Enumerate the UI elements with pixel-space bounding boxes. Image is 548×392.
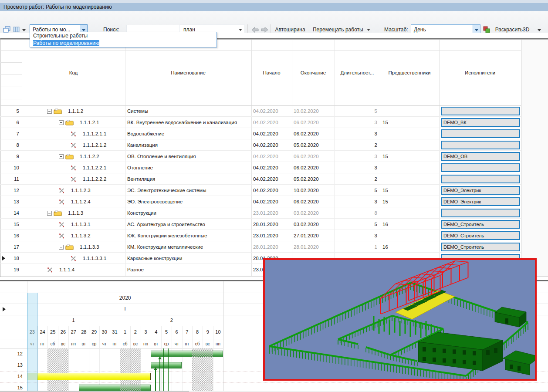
row-number: 16 xyxy=(1,230,19,241)
gantt-row-separator xyxy=(0,382,548,383)
task-name: Разное xyxy=(127,264,250,275)
task-executor-field[interactable]: DEMO_Электрик xyxy=(441,186,520,195)
gantt-day-gridline xyxy=(182,326,183,391)
table-row[interactable]: 51.1.1.2Системы04.02.202010.02.20205 xyxy=(0,105,521,117)
collapse-icon[interactable] xyxy=(59,154,64,159)
task-icon xyxy=(59,233,64,240)
column-header-2[interactable]: Наименование xyxy=(125,40,251,105)
column-header-7[interactable]: Исполнители xyxy=(439,40,521,105)
task-executor-field[interactable]: DEMO_Электрик xyxy=(441,197,520,206)
task-executor-field[interactable]: DEMO_Строитель xyxy=(441,243,520,251)
gantt-day-number: 6 xyxy=(172,329,182,335)
task-executor-field[interactable] xyxy=(441,141,520,149)
task-end-date: 10.02.2020 xyxy=(294,185,319,196)
task-executor-field[interactable] xyxy=(441,163,520,172)
task-executor-field[interactable] xyxy=(441,107,520,115)
table-row[interactable]: 121.1.1.2.3ЭС. Электротехнические систем… xyxy=(0,185,521,196)
collapse-icon[interactable] xyxy=(59,245,64,250)
task-code: 1.1.1.2.4 xyxy=(71,196,91,207)
table-row[interactable]: 141.1.1.3Конструкции23.01.202003.02.2020… xyxy=(0,207,521,219)
table-row[interactable]: 61.1.1.2.1ВК. Внутреннее водоснабжение и… xyxy=(0,117,521,128)
task-predecessors: 15 xyxy=(382,185,388,196)
row-number: 14 xyxy=(1,207,19,219)
task-executor-field[interactable]: DEMO_ВК xyxy=(441,118,520,127)
task-start-date: 28.01.2020 xyxy=(253,241,278,253)
table-row[interactable]: 131.1.1.2.4ЭО. Электроосвещение04.02.202… xyxy=(0,196,521,207)
task-icon xyxy=(71,165,76,172)
table-row[interactable]: 151.1.1.3.1АС. Архитектура и строительст… xyxy=(0,219,521,230)
task-code: 1.1.1.4 xyxy=(59,264,74,275)
collapse-icon[interactable] xyxy=(59,120,64,125)
gantt-year-label: 2020 xyxy=(27,295,223,301)
task-executor-field[interactable]: DEMO_ОВ xyxy=(441,152,520,161)
task-icon xyxy=(71,256,76,263)
task-start-date: 23.01.2020 xyxy=(253,230,278,241)
collapse-icon[interactable] xyxy=(47,109,52,114)
table-row[interactable]: 111.1.1.2.2.2Вентиляция04.02.202005.02.2… xyxy=(0,173,521,185)
task-code: 1.1.1.3.2 xyxy=(71,230,91,241)
table-row[interactable]: 171.1.1.3.3КМ. Конструкции металлические… xyxy=(0,241,521,253)
collapse-icon[interactable] xyxy=(47,211,52,216)
task-name: АС. Архитектура и строительство xyxy=(127,219,250,230)
task-end-date: 06.02.2020 xyxy=(294,196,319,207)
task-start-date: 04.02.2020 xyxy=(253,196,278,207)
column-header-1[interactable]: Код xyxy=(22,40,125,105)
task-end-date: 06.02.2020 xyxy=(294,128,319,139)
3d-model-scene xyxy=(265,260,535,379)
gantt-weekday-label: вс xyxy=(58,341,68,346)
folder-icon xyxy=(65,119,74,127)
gantt-dependency-line xyxy=(168,348,169,391)
viewport-3d[interactable] xyxy=(263,258,537,381)
gantt-day-number: 25 xyxy=(47,329,58,335)
row-number: 10 xyxy=(1,162,19,173)
task-code: 1.1.1.3.3.1 xyxy=(83,253,106,264)
row-number: 11 xyxy=(1,173,19,185)
table-row[interactable]: 71.1.1.2.1.1Водоснабжение04.02.202006.02… xyxy=(0,128,521,139)
task-name: Системы xyxy=(127,105,250,117)
task-end-date: 06.02.2020 xyxy=(294,151,319,162)
table-row[interactable]: 81.1.1.2.1.2Канализация04.02.202005.02.2… xyxy=(0,139,521,151)
gantt-dependency-arrow-icon xyxy=(158,356,162,359)
column-header-5[interactable]: Длительност... xyxy=(335,40,380,105)
gantt-weekday-label: пн xyxy=(141,341,151,346)
gantt-weekday-label: вт xyxy=(79,341,89,346)
gantt-weekday-label: ср xyxy=(161,341,172,346)
gantt-dependency-line xyxy=(163,348,164,391)
task-executor-field[interactable] xyxy=(441,129,520,138)
table-row[interactable]: 101.1.1.2.2.1Отопление04.02.202006.02.20… xyxy=(0,162,521,173)
task-code: 1.1.1.2.2.2 xyxy=(83,173,106,185)
gantt-row-marker xyxy=(3,307,6,311)
task-executor-field[interactable]: DEMO_Строитель xyxy=(441,231,520,240)
gantt-weekday-label: сб xyxy=(47,341,58,346)
task-end-date: 05.02.2020 xyxy=(294,173,319,185)
task-duration: 3 xyxy=(335,162,377,173)
task-end-date: 28.01.2020 xyxy=(294,241,319,253)
gantt-day-gridline xyxy=(68,326,69,391)
task-executor-field[interactable] xyxy=(441,175,520,183)
task-name: ОВ. Отопление и вентиляция xyxy=(127,151,250,162)
task-predecessors: 16 xyxy=(382,219,388,230)
column-header-3[interactable]: Начало xyxy=(251,40,292,105)
task-duration: 5 xyxy=(335,105,377,117)
gantt-dependency-line xyxy=(155,370,156,391)
task-executor-field[interactable]: DEMO_Строитель xyxy=(441,220,520,229)
gantt-day-number: 27 xyxy=(68,329,79,335)
gantt-bar-summary-14[interactable] xyxy=(27,373,151,380)
dropdown-item-construction-works[interactable]: Строительные работы xyxy=(30,32,216,40)
task-name: Канализация xyxy=(127,139,250,151)
table-row[interactable]: 161.1.1.3.2КЖ. Конструкции железобетонны… xyxy=(0,230,521,241)
gantt-day-gridline xyxy=(99,326,100,391)
task-predecessors: 15 xyxy=(382,117,388,128)
task-name: ВК. Внутреннее водоснабжение и канализац… xyxy=(127,117,250,128)
gantt-day-gridline xyxy=(213,326,213,391)
column-header-6[interactable]: Предшественники xyxy=(380,40,439,105)
gantt-weekday-label: пн xyxy=(213,341,223,346)
task-name: КЖ. Конструкции железобетонные xyxy=(127,230,250,241)
column-header-4[interactable]: Окончание xyxy=(292,40,335,105)
task-start-date: 04.02.2020 xyxy=(253,128,278,139)
dropdown-item-modeling-works[interactable]: Работы по моделированию xyxy=(30,40,216,47)
task-end-date: 05.02.2020 xyxy=(294,139,319,151)
gantt-day-number: 2 xyxy=(130,329,141,335)
table-row[interactable]: 91.1.1.2.2ОВ. Отопление и вентиляция04.0… xyxy=(0,151,521,162)
task-executor-field[interactable] xyxy=(441,209,520,217)
